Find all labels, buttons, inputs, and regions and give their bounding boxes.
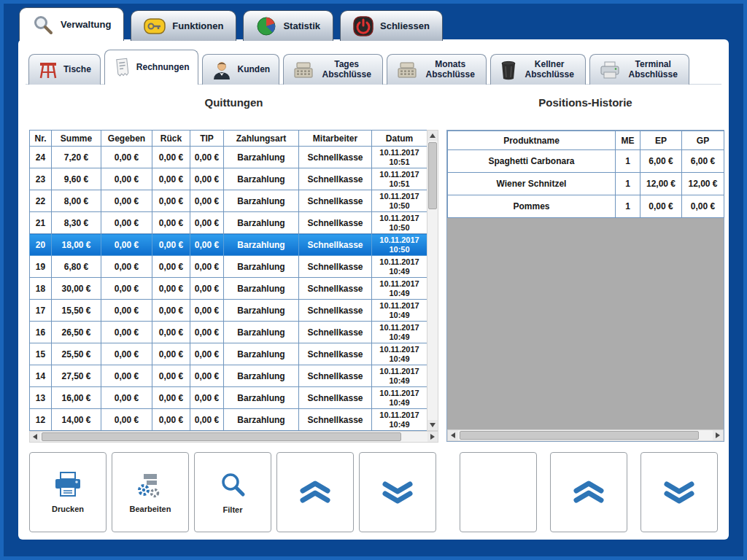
- positions-scroll-down-button[interactable]: [640, 452, 718, 532]
- receipt-row[interactable]: 1427,50 €0,00 €0,00 €0,00 €BarzahlungSch…: [30, 365, 427, 387]
- receipt-cell-mitarbeiter: Schnellkasse: [299, 387, 372, 409]
- position-cell-produktname: Pommes: [448, 195, 616, 218]
- receipt-cell-mitarbeiter: Schnellkasse: [299, 190, 372, 212]
- receipt-row[interactable]: 247,20 €0,00 €0,00 €0,00 €BarzahlungSchn…: [30, 147, 427, 168]
- position-row[interactable]: Spaghetti Carbonara16,00 €6,00 €: [448, 150, 724, 173]
- receipt-cell-rueck: 0,00 €: [152, 343, 190, 365]
- filter-button[interactable]: Filter: [194, 452, 271, 532]
- app-window: Verwaltung Funktionen Statistik Schliess…: [0, 0, 747, 560]
- receipt-cell-zahlungsart: Barzahlung: [224, 322, 299, 343]
- tab-kellner-abschluesse[interactable]: Kellner Abschlüsse: [490, 54, 586, 85]
- positions-horizontal-scrollbar[interactable]: [447, 429, 724, 441]
- tab-label: Tische: [63, 65, 91, 75]
- down-triangle-icon: [430, 423, 436, 427]
- receipt-cell-datum: 10.11.201710:49: [372, 300, 427, 322]
- receipt-cell-rueck: 0,00 €: [152, 234, 190, 256]
- customer-icon: [212, 60, 232, 80]
- receipt-cell-zahlungsart: Barzahlung: [224, 343, 299, 365]
- receipt-cell-nr: 22: [30, 190, 52, 212]
- edit-button[interactable]: Bearbeiten: [112, 452, 189, 532]
- receipt-cell-summe: 30,00 €: [52, 278, 101, 300]
- receipts-header-row: Nr. Summe Gegeben Rück TIP Zahlungsart M…: [30, 131, 427, 147]
- receipt-cell-mitarbeiter: Schnellkasse: [299, 322, 372, 343]
- receipt-cell-datum: 10.11.201710:50: [372, 190, 427, 212]
- receipt-cell-mitarbeiter: Schnellkasse: [299, 409, 372, 431]
- receipt-cell-tip: 0,00 €: [190, 343, 224, 365]
- receipt-row[interactable]: 1525,50 €0,00 €0,00 €0,00 €BarzahlungSch…: [30, 343, 427, 365]
- receipt-cell-tip: 0,00 €: [190, 322, 224, 343]
- tab-label: Monats Abschlüsse: [423, 60, 477, 80]
- receipt-row[interactable]: 218,30 €0,00 €0,00 €0,00 €BarzahlungSchn…: [30, 212, 427, 234]
- tab-kunden[interactable]: Kunden: [202, 54, 279, 85]
- scroll-up-arrow[interactable]: [427, 131, 438, 141]
- receipt-cell-rueck: 0,00 €: [152, 190, 190, 212]
- print-button[interactable]: Drucken: [29, 452, 107, 532]
- receipt-row[interactable]: 239,60 €0,00 €0,00 €0,00 €BarzahlungSchn…: [30, 168, 427, 190]
- receipt-cell-summe: 6,80 €: [52, 256, 101, 278]
- scroll-right-arrow[interactable]: [713, 430, 723, 440]
- scroll-left-arrow[interactable]: [30, 432, 40, 442]
- receipts-vertical-scrollbar[interactable]: [427, 130, 438, 431]
- positions-table-body: Spaghetti Carbonara16,00 €6,00 €Wiener S…: [448, 150, 724, 218]
- receipt-row[interactable]: 1830,00 €0,00 €0,00 €0,00 €BarzahlungSch…: [30, 278, 427, 300]
- tab-monats-abschluesse[interactable]: Monats Abschlüsse: [387, 54, 487, 85]
- tab-terminal-abschluesse[interactable]: Terminal Abschlüsse: [589, 54, 689, 85]
- receipt-cell-zahlungsart: Barzahlung: [224, 234, 299, 256]
- tab-statistik[interactable]: Statistik: [243, 10, 333, 41]
- tab-rechnungen[interactable]: Rechnungen: [104, 50, 199, 85]
- positions-scroll-up-button[interactable]: [550, 452, 627, 532]
- position-cell-ep: 0,00 €: [640, 195, 682, 218]
- receipt-row[interactable]: 1626,50 €0,00 €0,00 €0,00 €BarzahlungSch…: [30, 322, 427, 343]
- receipt-row[interactable]: 1214,00 €0,00 €0,00 €0,00 €BarzahlungSch…: [30, 409, 427, 431]
- receipt-cell-gegeben: 0,00 €: [101, 343, 152, 365]
- cash-register-icon: [396, 61, 418, 79]
- scroll-down-arrow[interactable]: [427, 420, 438, 430]
- receipt-row[interactable]: 228,00 €0,00 €0,00 €0,00 €BarzahlungSchn…: [30, 190, 427, 212]
- tab-funktionen[interactable]: Funktionen: [131, 10, 236, 41]
- receipt-cell-gegeben: 0,00 €: [101, 212, 152, 234]
- receipt-cell-tip: 0,00 €: [190, 278, 224, 300]
- receipts-scroll-up-button[interactable]: [276, 452, 354, 532]
- scroll-left-arrow[interactable]: [448, 430, 458, 440]
- receipt-cell-gegeben: 0,00 €: [101, 365, 152, 387]
- receipt-cell-summe: 18,00 €: [52, 234, 101, 256]
- position-row[interactable]: Wiener Schnitzel112,00 €12,00 €: [448, 173, 724, 195]
- receipt-row[interactable]: 1715,50 €0,00 €0,00 €0,00 €BarzahlungSch…: [30, 300, 427, 322]
- position-row[interactable]: Pommes10,00 €0,00 €: [448, 195, 724, 218]
- receipts-scroll-down-button[interactable]: [359, 452, 436, 532]
- position-cell-me: 1: [616, 173, 640, 195]
- receipt-cell-summe: 25,50 €: [52, 343, 101, 365]
- receipt-cell-rueck: 0,00 €: [152, 278, 190, 300]
- receipt-row[interactable]: 1316,00 €0,00 €0,00 €0,00 €BarzahlungSch…: [30, 387, 427, 409]
- scroll-right-arrow[interactable]: [427, 432, 438, 442]
- receipt-cell-zahlungsart: Barzahlung: [224, 278, 299, 300]
- receipt-cell-tip: 0,00 €: [190, 212, 224, 234]
- receipts-horizontal-scrollbar[interactable]: [29, 431, 438, 443]
- col-summe: Summe: [52, 131, 101, 147]
- receipt-cell-zahlungsart: Barzahlung: [224, 168, 299, 190]
- receipt-cell-mitarbeiter: Schnellkasse: [299, 365, 372, 387]
- receipt-cell-tip: 0,00 €: [190, 190, 224, 212]
- receipt-row[interactable]: 2018,00 €0,00 €0,00 €0,00 €BarzahlungSch…: [30, 234, 427, 256]
- receipt-cell-nr: 21: [30, 212, 52, 234]
- tab-verwaltung[interactable]: Verwaltung: [19, 7, 124, 41]
- power-icon: [353, 16, 374, 36]
- tab-tische[interactable]: Tische: [28, 54, 101, 85]
- receipt-row[interactable]: 196,80 €0,00 €0,00 €0,00 €BarzahlungSchn…: [30, 256, 427, 278]
- position-cell-produktname: Wiener Schnitzel: [448, 173, 616, 195]
- tab-tages-abschluesse[interactable]: Tages Abschlüsse: [283, 54, 383, 85]
- receipt-cell-rueck: 0,00 €: [152, 147, 190, 168]
- col-zahlungsart: Zahlungsart: [224, 131, 299, 147]
- horizontal-scroll-thumb[interactable]: [460, 431, 699, 440]
- receipt-cell-zahlungsart: Barzahlung: [224, 256, 299, 278]
- receipt-cell-tip: 0,00 €: [190, 300, 224, 322]
- sub-tab-bar: Tische Rechnungen Kunden Tages Abschlüss…: [28, 50, 689, 85]
- horizontal-scroll-thumb[interactable]: [42, 432, 401, 441]
- vertical-scroll-thumb[interactable]: [428, 142, 437, 209]
- button-label: Filter: [223, 505, 243, 514]
- tab-schliessen[interactable]: Schliessen: [340, 10, 443, 41]
- right-triangle-icon: [430, 434, 435, 440]
- position-cell-gp: 12,00 €: [682, 173, 724, 195]
- receipt-cell-tip: 0,00 €: [190, 387, 224, 409]
- receipt-cell-datum: 10.11.201710:49: [372, 322, 427, 343]
